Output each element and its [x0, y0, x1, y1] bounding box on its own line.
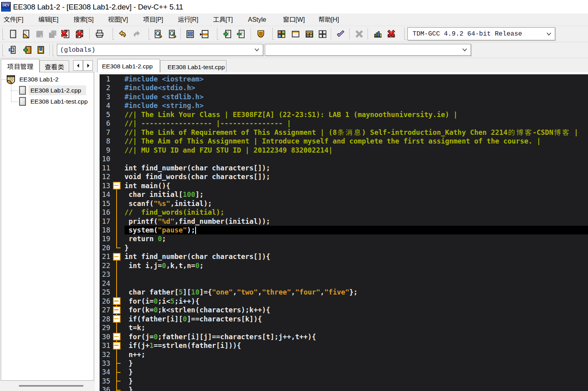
- menu-窗口[interactable]: [W]: [283, 13, 305, 26]
- fold-collapse-marker[interactable]: [113, 315, 121, 323]
- code-line-31[interactable]: 31 if(j+1==strlen(father[i])){: [100, 341, 588, 350]
- code-line-22[interactable]: 22 int i,j=0,k,t,n=0;: [100, 261, 588, 270]
- code-line-6[interactable]: 6//| ----------------- |--------------- …: [100, 119, 588, 128]
- code-line-13[interactable]: 13int main(){: [100, 181, 588, 190]
- spin-left-button[interactable]: [73, 60, 83, 71]
- tree-scrollbar-thumb[interactable]: [19, 385, 83, 387]
- menu-工具[interactable]: [T]: [213, 13, 233, 26]
- find-button[interactable]: [151, 27, 165, 41]
- code-line-18[interactable]: 18 system("pause");: [100, 226, 588, 234]
- code-line-24[interactable]: 24: [100, 279, 588, 288]
- spin-right-button[interactable]: [83, 60, 93, 71]
- code-line-17[interactable]: 17 printf("%d",find_number(initial));: [100, 217, 588, 226]
- code-line-4[interactable]: 4#include <string.h>: [100, 101, 588, 110]
- code-line-29[interactable]: 29 t=k;: [100, 323, 588, 332]
- open-file-button[interactable]: [19, 27, 33, 41]
- code-editor[interactable]: 1#include <iostream>2#include<stdio.h>3#…: [100, 74, 588, 391]
- code-line-20[interactable]: 20}: [100, 244, 588, 252]
- code-line-32[interactable]: 32 n++;: [100, 350, 588, 359]
- tree-node-file[interactable]: EE308 Lab1-test.cpp: [30, 97, 88, 106]
- code-line-16[interactable]: 16// find_words(initial);: [100, 208, 588, 217]
- menu-搜索[interactable]: [S]: [74, 13, 94, 26]
- profile-button[interactable]: [371, 27, 384, 41]
- menu-文件[interactable]: [F]: [4, 13, 24, 26]
- code-line-1[interactable]: 1#include <iostream>: [100, 75, 588, 83]
- code-line-34[interactable]: 34 }: [100, 368, 588, 376]
- compile-button[interactable]: [275, 27, 288, 41]
- code-line-30[interactable]: 30 for(j=0;father[i][j]==characters[t];j…: [100, 332, 588, 341]
- class-browser-combobox[interactable]: (globals): [57, 44, 263, 56]
- code-line-7[interactable]: 7//| The Link of Requirement of This Ass…: [100, 128, 588, 137]
- save-icon: [35, 29, 44, 39]
- menu-帮助[interactable]: [H]: [318, 13, 339, 26]
- fold-collapse-marker[interactable]: [113, 306, 121, 314]
- code-line-36[interactable]: 36 }: [100, 385, 588, 391]
- fold-collapse-marker[interactable]: [113, 181, 121, 190]
- code-text: }: [124, 368, 133, 376]
- tree-node-file[interactable]: EE308 Lab1-2.cpp: [30, 86, 81, 94]
- replace-button[interactable]: [183, 27, 197, 41]
- title-bar[interactable]: DEV C++ EE308 Lab1-2 - [EE308 Lab1-2.dev…: [0, 0, 588, 13]
- menu-运行[interactable]: [R]: [178, 13, 198, 26]
- undo-button[interactable]: [116, 27, 130, 41]
- remove-file-button[interactable]: [234, 27, 248, 41]
- menu-项目[interactable]: [P]: [143, 13, 164, 26]
- editor-tab-0[interactable]: EE308 Lab1-2.cpp: [97, 59, 160, 72]
- cjk-glyph: [219, 16, 226, 23]
- rebuild-button[interactable]: [316, 27, 329, 41]
- cjk-glyph: [553, 129, 562, 136]
- goto-bookmark-button[interactable]: [34, 43, 47, 57]
- panel-tab-project[interactable]: [1, 59, 40, 72]
- toggle-bookmark-button[interactable]: [21, 43, 34, 57]
- new-file-button[interactable]: [6, 27, 20, 41]
- code-line-27[interactable]: 27 for(k=0;k<strlen(characters);k++){: [100, 306, 588, 314]
- line-number: 25: [100, 288, 110, 297]
- tree-node-project[interactable]: EE308 Lab1-2: [19, 76, 58, 83]
- add-file-button[interactable]: [221, 27, 234, 41]
- fold-collapse-marker[interactable]: [113, 297, 121, 306]
- code-line-28[interactable]: 28 if(father[i][0]==characters[k]){: [100, 315, 588, 323]
- compile-run-button[interactable]: [303, 27, 316, 41]
- code-line-2[interactable]: 2#include<stdio.h>: [100, 83, 588, 92]
- syntax-check-button[interactable]: [334, 27, 347, 41]
- code-line-23[interactable]: 23: [100, 270, 588, 279]
- run-button[interactable]: [289, 27, 302, 41]
- insert-button[interactable]: [6, 43, 19, 57]
- panel-tab-classes[interactable]: [40, 60, 69, 72]
- project-options-button[interactable]: [254, 27, 268, 41]
- toolbar-grip: [2, 44, 3, 56]
- fold-line-segment: [116, 199, 117, 208]
- tree-horizontal-scrollbar[interactable]: [1, 381, 94, 391]
- menu-AStyle[interactable]: AStyle: [248, 13, 266, 26]
- member-combobox[interactable]: [265, 44, 471, 56]
- profile-delete-button[interactable]: [384, 27, 398, 41]
- compiler-combobox[interactable]: TDM-GCC 4.9.2 64-bit Release: [407, 27, 555, 40]
- menu-编辑[interactable]: [E]: [38, 13, 59, 26]
- find-in-files-button[interactable]: [166, 27, 179, 41]
- code-line-10[interactable]: 10: [100, 155, 588, 163]
- fold-collapse-marker[interactable]: [113, 252, 121, 261]
- code-line-15[interactable]: 15 scanf("%s",initial);: [100, 199, 588, 208]
- file-icon: [19, 97, 26, 106]
- code-line-25[interactable]: 25 char father[5][10]={"one","two","thre…: [100, 288, 588, 297]
- code-line-21[interactable]: 21int find_number(char characters[]){: [100, 252, 588, 261]
- code-line-3[interactable]: 3#include <stdlib.h>: [100, 93, 588, 101]
- code-line-5[interactable]: 5//| The Link Your Class | EE308FZ[A] (2…: [100, 110, 588, 119]
- code-line-35[interactable]: 35 }: [100, 377, 588, 385]
- print-button[interactable]: [93, 27, 106, 41]
- menu-视图[interactable]: [V]: [108, 13, 128, 26]
- code-line-14[interactable]: 14 char initial[100];: [100, 190, 588, 199]
- code-line-8[interactable]: 8//| The Aim of This Assignment | Introd…: [100, 137, 588, 145]
- code-line-33[interactable]: 33 }: [100, 359, 588, 368]
- code-line-19[interactable]: 19 return 0;: [100, 234, 588, 243]
- code-line-26[interactable]: 26 for(i=0;i<5;i++){: [100, 297, 588, 306]
- code-line-9[interactable]: 9//| MU STU ID and FZU STU ID | 20122349…: [100, 146, 588, 155]
- close-file-button[interactable]: [59, 27, 73, 41]
- editor-tab-1[interactable]: EE308 Lab1-test.cpp: [160, 60, 226, 72]
- code-line-11[interactable]: 11int find_number(char characters[]);: [100, 164, 588, 172]
- fold-collapse-marker[interactable]: [113, 341, 121, 350]
- fold-collapse-marker[interactable]: [113, 332, 121, 341]
- goto-line-button[interactable]: [198, 27, 211, 41]
- code-line-12[interactable]: 12void find_words(char characters[]);: [100, 172, 588, 181]
- close-all-button[interactable]: [73, 27, 86, 41]
